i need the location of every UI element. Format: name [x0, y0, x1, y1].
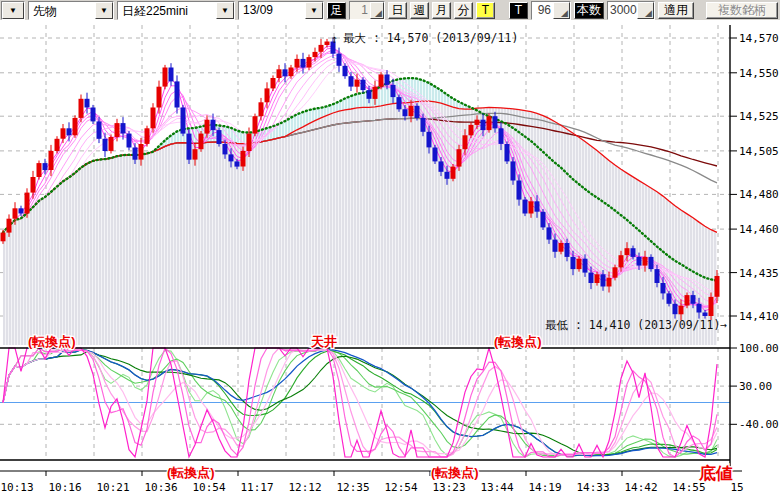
time-tick-label: 10:16	[48, 481, 81, 494]
candle-body	[25, 193, 30, 214]
toolbar: ▼ 先物 ▼ 日経225mini ▼ 13/09 ▼ 足 1 ◢ 日 週 月 分…	[0, 0, 780, 20]
category-value: 先物	[29, 2, 95, 19]
tick-type-button[interactable]: T	[509, 2, 528, 19]
candle-body	[163, 68, 168, 87]
chart-canvas[interactable]: 14,57014,55014,52514,50514,48014,46014,4…	[0, 20, 780, 500]
bars-label-button[interactable]: 本数	[574, 2, 604, 19]
mini-dropdown[interactable]: ▼	[1, 1, 25, 20]
candle-body	[385, 75, 390, 85]
time-tick-label: 12:12	[288, 481, 321, 494]
candle-body	[631, 248, 636, 257]
candle-body	[49, 151, 54, 170]
price-tick-label: 14,435	[739, 267, 779, 280]
candle-body	[295, 59, 300, 68]
min-annotation: 最低 : 14,410 (2013/09/11)→	[545, 318, 727, 332]
candle-body	[391, 85, 396, 97]
spinner-icon[interactable]: ◢	[553, 2, 570, 19]
candle-body	[535, 201, 540, 211]
period-tick-button[interactable]: T	[476, 2, 495, 19]
candle-body	[115, 123, 120, 137]
candle-body	[307, 57, 312, 67]
time-tick-label: 10:36	[144, 481, 177, 494]
candle-body	[43, 163, 48, 170]
candle-body	[7, 219, 12, 233]
candle-body	[685, 295, 690, 305]
spinner-icon[interactable]: ◢	[637, 2, 654, 19]
candle-body	[541, 212, 546, 228]
time-tick-label: 14:42	[624, 481, 657, 494]
candle-body	[355, 80, 360, 87]
category-select[interactable]: 先物 ▼	[28, 1, 114, 20]
bars-count-input[interactable]: 3000 ◢	[607, 1, 655, 20]
symbol-select[interactable]: 日経225mini ▼	[117, 1, 235, 20]
tick-count-input[interactable]: 96 ◢	[531, 1, 571, 20]
candle-body	[277, 69, 282, 78]
candle-body	[313, 52, 318, 57]
candle-body	[643, 257, 648, 266]
time-tick-label: 13:44	[480, 481, 513, 494]
candle-body	[613, 267, 618, 277]
candle-body	[715, 276, 720, 297]
chevron-down-icon: ▼	[216, 2, 234, 19]
contract-select[interactable]: 13/09 ▼	[238, 1, 324, 20]
candle-body	[211, 120, 216, 130]
period-month-button[interactable]: 月	[432, 2, 451, 19]
interval-value: 1	[350, 2, 370, 19]
candle-body	[253, 116, 258, 133]
candle-body	[709, 297, 714, 316]
candle-body	[463, 135, 468, 149]
candle-body	[229, 154, 234, 161]
chevron-down-icon: ▼	[305, 2, 323, 19]
candle-body	[673, 304, 678, 314]
candle-body	[139, 144, 144, 160]
candle-body	[271, 78, 276, 88]
candle-body	[625, 248, 630, 255]
period-minute-button[interactable]: 分	[454, 2, 473, 19]
candle-body	[187, 134, 192, 160]
spinner-icon[interactable]: ◢	[370, 2, 384, 19]
candle-body	[109, 137, 114, 151]
apply-button[interactable]: 適用	[658, 2, 694, 19]
candle-body	[151, 108, 156, 129]
candle-body	[517, 181, 522, 200]
candle-body	[337, 54, 342, 66]
time-tick-label: 10:13	[0, 481, 33, 494]
candle-body	[667, 293, 672, 303]
candle-body	[241, 151, 246, 167]
chevron-down-icon: ▼	[2, 2, 24, 19]
oscillator-tick-label: 30.00	[739, 380, 772, 393]
signal-label-top: (転換点)	[494, 334, 542, 349]
oscillator-tick-label: -40.00	[739, 418, 779, 431]
time-tick-label: 12:54	[384, 481, 417, 494]
candle-body	[67, 128, 72, 135]
candle-body	[523, 200, 528, 214]
candle-body	[259, 102, 264, 116]
candle-body	[91, 108, 96, 122]
candle-body	[127, 134, 132, 148]
candle-body	[133, 148, 138, 160]
candle-body	[367, 90, 372, 99]
candle-body	[373, 87, 378, 99]
candle-body	[649, 257, 654, 269]
candle-body	[553, 240, 558, 252]
tick-count-value: 96	[532, 2, 553, 19]
candle-body	[445, 172, 450, 179]
candle-body	[223, 144, 228, 154]
candle-body	[103, 139, 108, 151]
candle-body	[499, 128, 504, 144]
period-week-button[interactable]: 週	[410, 2, 429, 19]
interval-input[interactable]: 1 ◢	[349, 1, 385, 20]
time-tick-label: 14:33	[576, 481, 609, 494]
candle-body	[85, 99, 90, 108]
bars-count-value: 3000	[608, 2, 637, 19]
period-day-button[interactable]: 日	[388, 2, 407, 19]
candle-body	[361, 80, 366, 90]
candle-body	[79, 99, 84, 118]
candle-body	[217, 130, 222, 144]
candle-body	[439, 161, 444, 171]
price-tick-label: 14,480	[739, 188, 779, 201]
ashi-button[interactable]: 足	[327, 2, 346, 19]
price-tick-label: 14,410	[739, 310, 779, 323]
candle-body	[451, 167, 456, 179]
candle-body	[301, 59, 306, 68]
